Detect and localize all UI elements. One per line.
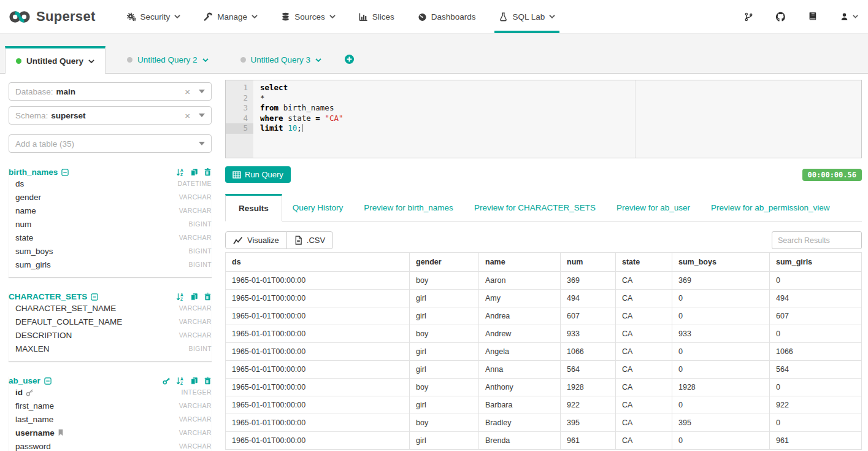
trash-icon[interactable] <box>204 293 212 301</box>
nav-item-manage[interactable]: Manage <box>192 0 269 33</box>
visualize-button[interactable]: Visualize <box>225 231 287 249</box>
sort-alpha-icon[interactable] <box>176 377 185 385</box>
select-caret-icon[interactable] <box>199 90 205 93</box>
clear-icon[interactable]: × <box>185 87 190 96</box>
nav-label: Manage <box>217 12 247 21</box>
query-tab-3[interactable]: Untitled Query 3 <box>230 46 332 74</box>
select-caret-icon[interactable] <box>199 114 205 117</box>
select-caret-icon[interactable] <box>199 142 205 145</box>
user-menu[interactable] <box>840 12 858 21</box>
copy-icon[interactable] <box>190 293 198 301</box>
tab-preview-character-sets[interactable]: Preview for CHARACTER_SETS <box>464 194 606 221</box>
tab-query-history[interactable]: Query History <box>282 194 354 221</box>
chevron-down-icon[interactable] <box>315 58 321 62</box>
chevron-down-icon <box>853 15 858 18</box>
column-header-num[interactable]: num <box>561 253 616 272</box>
schema-select[interactable]: Schema: superset × <box>9 106 212 125</box>
tab-results[interactable]: Results <box>225 194 282 222</box>
table-row: 1965-01-01T00:00:00boyAaron369CA3690 <box>226 272 862 290</box>
nav-item-sql-lab[interactable]: SQL Lab <box>487 0 567 33</box>
column-name: sum_girls <box>15 260 51 269</box>
trash-icon[interactable] <box>204 377 212 385</box>
table-cell: 369 <box>672 272 770 290</box>
git-branch-icon[interactable] <box>744 12 753 21</box>
nav-item-slices[interactable]: Slices <box>347 0 406 33</box>
superset-brand[interactable]: Superset <box>9 9 96 25</box>
search-results-input[interactable] <box>772 231 862 249</box>
book-icon[interactable] <box>808 12 818 21</box>
database-select[interactable]: Database: main × <box>9 82 212 101</box>
tab-preview-ab-user[interactable]: Preview for ab_user <box>606 194 701 221</box>
table-row: 1965-01-01T00:00:00girlAndrea607CA0607 <box>226 307 862 325</box>
nav-item-dashboards[interactable]: Dashboards <box>406 0 488 33</box>
run-query-button[interactable]: Run Query <box>225 166 291 183</box>
table-cell: boy <box>410 379 479 396</box>
collapse-icon[interactable] <box>61 169 69 176</box>
line-number: 4 <box>226 114 248 124</box>
bar-chart-icon <box>359 12 368 21</box>
table-cell: 1965-01-01T00:00:00 <box>226 290 410 307</box>
table-cell: 0 <box>770 325 862 343</box>
clear-icon[interactable]: × <box>185 111 190 120</box>
superset-logo-icon <box>9 10 31 23</box>
chevron-down-icon[interactable] <box>88 60 94 63</box>
nav-item-sources[interactable]: Sources <box>269 0 347 33</box>
table-cell: CA <box>616 307 672 325</box>
nav-item-security[interactable]: Security <box>115 0 193 33</box>
add-table-select[interactable]: Add a table (35) <box>9 134 212 153</box>
column-header-ds[interactable]: ds <box>226 253 410 272</box>
sidebar: Database: main × Schema: superset × Add … <box>0 74 223 451</box>
table-row: 1965-01-01T00:00:00boyAnthony1928CA19280 <box>226 379 862 396</box>
column-header-name[interactable]: name <box>479 253 561 272</box>
csv-button[interactable]: .CSV <box>286 231 333 249</box>
collapse-icon[interactable] <box>91 293 98 301</box>
column-type: BIGINT <box>189 345 212 352</box>
table-cell: Brenda <box>479 432 561 450</box>
query-tab-1[interactable]: Untitled Query <box>5 46 106 74</box>
column-header-gender[interactable]: gender <box>410 253 479 272</box>
sort-alpha-icon[interactable] <box>176 168 185 177</box>
schema-select-value: superset <box>51 111 85 120</box>
table-cell: 494 <box>770 290 862 307</box>
key-icon[interactable] <box>163 377 171 385</box>
table-cell: 0 <box>672 343 770 361</box>
table-cell: CA <box>616 325 672 343</box>
table-cell: 1928 <box>561 379 616 396</box>
column-type: VARCHAR <box>179 318 212 325</box>
table-cell: 922 <box>561 396 616 414</box>
navbar: Superset Security Manage Sources Slices <box>0 0 868 34</box>
column-name: num <box>15 220 31 229</box>
table-cell: 1965-01-01T00:00:00 <box>226 414 410 432</box>
column-header-state[interactable]: state <box>616 253 672 272</box>
table-row: 1965-01-01T00:00:00girlAmy494CA0494 <box>226 290 862 307</box>
column-header-sum_girls[interactable]: sum_girls <box>770 253 862 272</box>
collapse-icon[interactable] <box>44 377 52 385</box>
table-cell: 1066 <box>770 343 862 361</box>
trash-icon[interactable] <box>204 168 212 176</box>
database-select-value: main <box>56 87 76 96</box>
copy-icon[interactable] <box>190 168 198 176</box>
tab-preview-birth-names[interactable]: Preview for birth_names <box>353 194 464 221</box>
column-header-sum_boys[interactable]: sum_boys <box>672 253 770 272</box>
query-tab-label: Untitled Query 3 <box>251 55 311 64</box>
table-cell: Angela <box>479 343 561 361</box>
table-name[interactable]: birth_names <box>9 168 58 177</box>
table-row: 1965-01-01T00:00:00boyBradley395CA3950 <box>226 414 862 432</box>
query-tab-2[interactable]: Untitled Query 2 <box>117 46 219 74</box>
sort-alpha-icon[interactable] <box>176 293 185 301</box>
editor-code[interactable]: select*from birth_nameswhere state = "CA… <box>253 80 861 158</box>
sql-editor[interactable]: 12345 select*from birth_nameswhere state… <box>225 80 862 158</box>
github-icon[interactable] <box>775 12 786 22</box>
query-tab-label: Untitled Query 2 <box>137 55 198 64</box>
column-name: MAXLEN <box>15 344 50 353</box>
add-tab-button[interactable] <box>344 54 355 64</box>
dashboard-icon <box>418 12 427 21</box>
copy-icon[interactable] <box>190 377 198 385</box>
table-cell: 607 <box>770 307 862 325</box>
table-name[interactable]: ab_user <box>9 376 40 385</box>
column-row: DESCRIPTIONVARCHAR <box>9 328 212 342</box>
tab-preview-ab-permission-view[interactable]: Preview for ab_permission_view <box>701 194 840 221</box>
chevron-down-icon[interactable] <box>202 58 209 62</box>
table-name[interactable]: CHARACTER_SETS <box>9 292 87 301</box>
status-dot <box>16 58 21 64</box>
